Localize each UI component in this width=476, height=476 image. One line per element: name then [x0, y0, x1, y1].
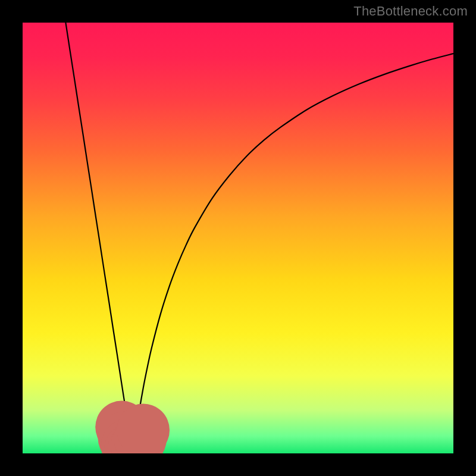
gradient-background — [23, 23, 453, 453]
chart-frame: TheBottleneck.com — [0, 0, 476, 476]
watermark-text: TheBottleneck.com — [353, 4, 468, 19]
chart-plot — [23, 23, 453, 453]
notch-marker-cluster — [95, 401, 170, 453]
